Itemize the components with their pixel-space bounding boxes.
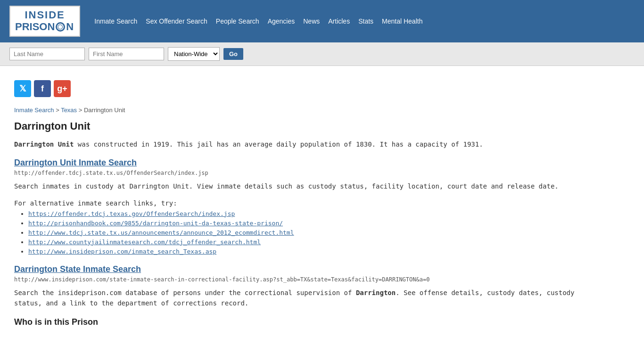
nav-stats[interactable]: Stats — [358, 17, 373, 25]
state-select[interactable]: Nation-Wide Alabama Texas — [168, 47, 220, 61]
list-item: http://prisonhandbook.com/9855/darringto… — [28, 219, 599, 227]
page-title: Darrington Unit — [14, 120, 599, 132]
breadcrumb-inmate-search[interactable]: Inmate Search — [14, 107, 54, 114]
description-bold: Darrington Unit — [14, 140, 74, 148]
breadcrumb-sep1: > — [56, 107, 61, 114]
alt-links-list: https://offender.tdcj.texas.gov/Offender… — [14, 210, 599, 255]
alt-link-1[interactable]: https://offender.tdcj.texas.gov/Offender… — [28, 210, 235, 217]
nav-agencies[interactable]: Agencies — [268, 17, 295, 25]
facility-description: Darrington Unit was constructed in 1919.… — [14, 139, 599, 149]
logo-o-circle: ◯ — [56, 22, 65, 32]
state-desc-before: Search the insideprison.com database of … — [14, 289, 356, 296]
facebook-icon[interactable]: f — [34, 80, 51, 97]
nav-people-search[interactable]: People Search — [216, 17, 259, 25]
description-text: was constructed in 1919. This jail has a… — [74, 140, 483, 148]
googleplus-icon[interactable]: g+ — [54, 80, 71, 97]
inmate-search-section-url: http://offender.tdcj.state.tx.us/Offende… — [14, 170, 599, 176]
alt-links-label: For alternative inmate search links, try… — [14, 199, 599, 207]
inmate-search-section-title[interactable]: Darrington Unit Inmate Search — [14, 158, 599, 168]
social-icons-group: 𝕏 f g+ — [14, 80, 599, 97]
first-name-input[interactable] — [89, 48, 164, 60]
breadcrumb-sep2: > — [79, 107, 84, 114]
logo-prison-word: PRISON — [15, 21, 55, 33]
site-header: INSIDE PRISON◯N Inmate Search Sex Offend… — [0, 0, 644, 42]
logo-prison-text: PRISON◯N — [15, 21, 74, 33]
search-bar: Nation-Wide Alabama Texas Go — [0, 42, 644, 66]
breadcrumb-texas[interactable]: Texas — [61, 107, 77, 114]
nav-sex-offender-search[interactable]: Sex Offender Search — [146, 17, 207, 25]
last-name-input[interactable] — [9, 48, 85, 60]
alt-link-3[interactable]: http://www.tdcj.state.tx.us/announcement… — [28, 229, 294, 236]
nav-articles[interactable]: Articles — [328, 17, 350, 25]
logo-n-letter: N — [66, 21, 74, 33]
breadcrumb: Inmate Search > Texas > Darrington Unit — [14, 107, 599, 114]
main-nav: Inmate Search Sex Offender Search People… — [94, 17, 422, 25]
breadcrumb-current: Darrington Unit — [84, 107, 125, 114]
twitter-icon[interactable]: 𝕏 — [14, 80, 31, 97]
list-item: http://www.tdcj.state.tx.us/announcement… — [28, 229, 599, 236]
alt-link-5[interactable]: http://www.insideprison.com/inmate_searc… — [28, 248, 216, 255]
nav-inmate-search[interactable]: Inmate Search — [94, 17, 137, 25]
state-search-section-url: http://www.insideprison.com/state-inmate… — [14, 276, 599, 283]
inmate-search-section-desc: Search inmates in custody at Darrington … — [14, 181, 599, 191]
alt-link-4[interactable]: http://www.countyjailinmatesearch.com/td… — [28, 239, 261, 246]
logo-inside-text: INSIDE — [15, 9, 74, 21]
list-item: https://offender.tdcj.texas.gov/Offender… — [28, 210, 599, 217]
site-logo[interactable]: INSIDE PRISON◯N — [9, 6, 80, 37]
state-desc-bold: Darrington — [356, 289, 396, 296]
nav-mental-health[interactable]: Mental Health — [382, 17, 422, 25]
list-item: http://www.countyjailinmatesearch.com/td… — [28, 238, 599, 246]
state-search-section-title[interactable]: Darrington State Inmate Search — [14, 264, 599, 274]
nav-news[interactable]: News — [303, 17, 320, 25]
who-in-prison-title: Who is in this Prison — [14, 317, 599, 327]
main-content: 𝕏 f g+ Inmate Search > Texas > Darringto… — [0, 66, 613, 339]
state-search-section-desc: Search the insideprison.com database of … — [14, 288, 599, 309]
go-button[interactable]: Go — [223, 48, 243, 60]
alt-link-2[interactable]: http://prisonhandbook.com/9855/darringto… — [28, 220, 283, 227]
list-item: http://www.insideprison.com/inmate_searc… — [28, 247, 599, 255]
